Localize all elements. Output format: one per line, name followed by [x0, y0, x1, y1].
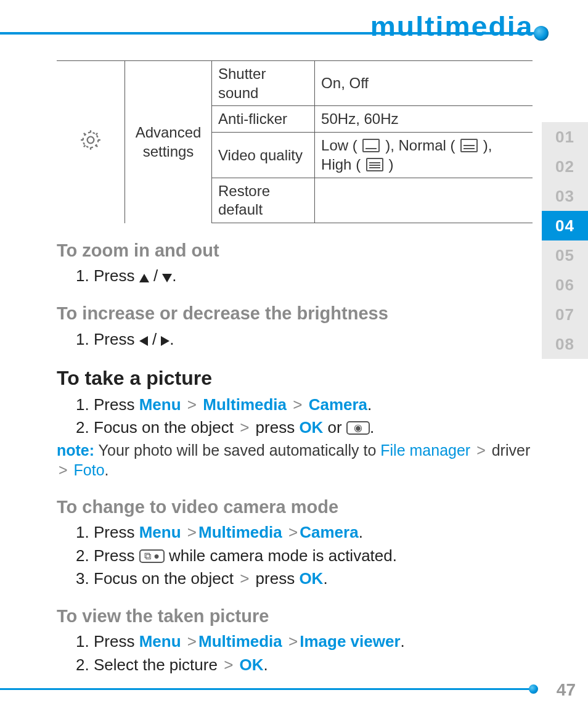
setting-value: On, Off	[315, 61, 533, 106]
video-quality-low-icon	[362, 139, 380, 152]
section-title: To zoom in and out	[57, 239, 533, 262]
chapter-tab[interactable]: 07	[542, 300, 588, 329]
step: Focus on the object > press OK or ◉.	[94, 417, 533, 438]
chapter-tab[interactable]: 02	[542, 152, 588, 181]
video-quality-normal-icon	[460, 139, 478, 152]
setting-name: Restore default	[212, 178, 315, 223]
step: Press Menu > Multimedia > Camera.	[94, 395, 533, 415]
note: note: Your photo will be saved automatic…	[57, 440, 533, 480]
section-title: To take a picture	[57, 366, 533, 391]
up-arrow-icon	[139, 274, 149, 282]
step: Press / .	[94, 266, 533, 286]
setting-value	[315, 178, 533, 223]
step: Press Menu >Multimedia >Image viewer.	[94, 631, 533, 652]
camera-key-icon: ◉	[346, 421, 370, 435]
setting-name: Anti-flicker	[212, 106, 315, 133]
setting-name: Video quality	[212, 133, 315, 178]
chapter-tab[interactable]: 03	[542, 181, 588, 211]
right-arrow-icon	[161, 336, 169, 346]
step: Press Menu >Multimedia >Camera.	[94, 522, 533, 543]
step: Press ⧉ ● while camera mode is activated…	[94, 546, 533, 566]
chapter-tab[interactable]: 01	[542, 122, 588, 152]
settings-group-label: Advanced settings	[125, 61, 212, 223]
left-arrow-icon	[139, 336, 148, 346]
chapter-tab[interactable]: 08	[542, 329, 588, 359]
header-dot-icon	[534, 26, 549, 41]
advanced-settings-table: Advanced settings Shutter sound On, Off …	[57, 60, 533, 223]
step: Press / .	[94, 329, 533, 350]
section-title: To view the taken picture	[57, 605, 533, 628]
chapter-tabs: 01 02 03 04 05 06 07 08	[542, 122, 588, 359]
setting-value: Low ( ), Normal ( ), High ( )	[315, 133, 533, 178]
page-title: multimedia	[370, 11, 533, 42]
video-quality-high-icon	[366, 158, 383, 171]
setting-name: Shutter sound	[212, 61, 315, 106]
chapter-tab[interactable]: 05	[542, 240, 588, 270]
chapter-tab-active[interactable]: 04	[542, 211, 588, 240]
footer-dot-icon	[529, 684, 538, 694]
footer-rule	[0, 688, 531, 690]
step: Focus on the object > press OK.	[94, 569, 533, 589]
setting-value: 50Hz, 60Hz	[315, 106, 533, 133]
page-number: 47	[557, 680, 576, 700]
section-title: To increase or decrease the brightness	[57, 302, 533, 325]
mode-switch-key-icon: ⧉ ●	[139, 549, 165, 563]
page-content: Advanced settings Shutter sound On, Off …	[57, 60, 533, 678]
down-arrow-icon	[162, 274, 172, 282]
svg-point-0	[88, 137, 94, 144]
gear-icon	[57, 61, 125, 223]
section-title: To change to video camera mode	[57, 496, 533, 519]
chapter-tab[interactable]: 06	[542, 270, 588, 300]
step: Select the picture > OK.	[94, 655, 533, 675]
